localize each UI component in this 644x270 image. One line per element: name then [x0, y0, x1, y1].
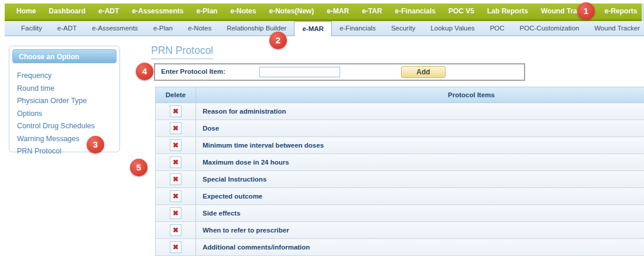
sidebar-option[interactable]: PRN Protocol — [17, 145, 119, 158]
settings-tab[interactable]: e-ADT — [50, 21, 84, 35]
page-title: PRN Protocol — [151, 45, 213, 59]
top-nav-item[interactable]: e-ADT — [92, 4, 125, 19]
sidebar-option[interactable]: Frequency — [17, 70, 119, 83]
table-body: ✖ Reason for administration ✖ Dose ✖ Min… — [156, 103, 644, 256]
delete-cell: ✖ — [156, 205, 196, 221]
delete-column-header: Delete — [156, 87, 196, 102]
options-sidebar: Choose an Option FrequencyRound timePhys… — [9, 46, 120, 152]
protocol-item-text: Additional comments/information — [196, 244, 644, 251]
delete-icon[interactable]: ✖ — [170, 105, 181, 117]
delete-icon[interactable]: ✖ — [170, 173, 181, 185]
protocol-entry-panel: Enter Protocol Item: Add — [154, 63, 525, 81]
top-nav-item[interactable]: e-Financials — [389, 4, 442, 19]
delete-cell: ✖ — [156, 239, 196, 255]
protocol-item-text: Expected outcome — [196, 193, 644, 200]
sidebar-header: Choose an Option — [12, 49, 117, 63]
delete-icon[interactable]: ✖ — [170, 122, 181, 134]
settings-tab[interactable]: Wound Tracker — [587, 21, 644, 35]
step-badge-3: 3 — [87, 136, 104, 153]
delete-cell: ✖ — [156, 154, 196, 170]
protocol-item-text: Reason for administration — [196, 108, 644, 115]
table-row: ✖ When to refer to prescriber — [156, 222, 644, 239]
table-row: ✖ Dose — [156, 120, 644, 137]
step-badge-5: 5 — [130, 159, 148, 176]
settings-tab[interactable]: e-Plan — [146, 21, 180, 35]
top-nav-item[interactable]: e-Plan — [190, 4, 224, 19]
settings-tab[interactable]: POC — [482, 21, 512, 35]
top-nav-item[interactable]: e-Notes — [224, 4, 262, 19]
sidebar-option[interactable]: Options — [17, 108, 119, 121]
protocol-item-text: Minimum time interval between doses — [196, 142, 644, 149]
top-nav-item[interactable]: POC V5 — [442, 4, 481, 19]
delete-icon[interactable]: ✖ — [170, 156, 181, 168]
next-item-partial — [642, 4, 644, 21]
protocol-items-column-header: Protocol Items — [196, 87, 644, 102]
top-nav-bar: HomeDashboarde-ADTe-Assessmentse-Plane-N… — [5, 4, 644, 21]
table-row: ✖ Maximum dose in 24 hours — [156, 154, 644, 171]
delete-cell: ✖ — [156, 188, 196, 204]
protocol-item-label: Enter Protocol Item: — [161, 68, 225, 75]
protocol-item-text: Dose — [196, 125, 644, 132]
settings-tab[interactable]: e-Financials — [332, 21, 383, 35]
step-badge-4: 4 — [136, 63, 153, 80]
delete-icon[interactable]: ✖ — [170, 190, 181, 202]
table-row: ✖ Special Instructions — [156, 171, 644, 188]
delete-cell: ✖ — [156, 222, 196, 238]
top-nav-item[interactable]: Home — [10, 4, 42, 19]
settings-tab-strip: Facilitye-ADTe-Assessmentse-Plane-NotesR… — [5, 21, 644, 36]
protocol-item-text: Maximum dose in 24 hours — [196, 159, 644, 166]
delete-icon[interactable]: ✖ — [170, 139, 181, 151]
table-header-row: Delete Protocol Items — [156, 87, 644, 103]
top-nav-item[interactable]: e-Assessments — [125, 4, 190, 19]
settings-tab[interactable]: Security — [383, 21, 423, 35]
settings-tab[interactable]: Lookup Values — [423, 21, 482, 35]
table-row: ✖ Minimum time interval between doses — [156, 137, 644, 154]
top-nav-item[interactable]: Dashboard — [42, 4, 92, 19]
top-nav-item[interactable]: e-MAR — [320, 4, 355, 19]
table-row: ✖ Expected outcome — [156, 188, 644, 205]
app-window: HomeDashboarde-ADTe-Assessmentse-Plane-N… — [0, 0, 644, 270]
protocol-item-text: When to refer to prescriber — [196, 227, 644, 234]
settings-tab[interactable]: e-MAR — [294, 21, 331, 36]
delete-icon[interactable]: ✖ — [170, 207, 181, 219]
table-row: ✖ Additional comments/information — [156, 239, 644, 256]
top-nav-item[interactable]: e-TAR — [355, 4, 388, 19]
delete-cell: ✖ — [156, 137, 196, 153]
protocol-item-text: Special Instructions — [196, 176, 644, 183]
step-badge-1: 1 — [577, 2, 595, 20]
top-nav-item[interactable]: e-Reports — [598, 4, 643, 19]
settings-tab[interactable]: POC-Customization — [512, 21, 587, 35]
step-badge-2: 2 — [269, 32, 287, 49]
settings-tab[interactable]: e-Assessments — [84, 21, 146, 35]
delete-cell: ✖ — [156, 120, 196, 136]
sidebar-option[interactable]: Physician Order Type — [17, 95, 119, 108]
protocol-item-text: Side effects — [196, 210, 644, 217]
protocol-item-input[interactable] — [259, 67, 340, 77]
sidebar-option[interactable]: Control Drug Schedules — [17, 120, 119, 133]
delete-cell: ✖ — [156, 171, 196, 187]
delete-cell: ✖ — [156, 103, 196, 119]
top-nav-item[interactable]: Lab Reports — [481, 4, 535, 19]
sidebar-option[interactable]: Round time — [17, 83, 119, 95]
top-nav-item[interactable]: e-Notes(New) — [262, 4, 320, 19]
table-row: ✖ Reason for administration — [156, 103, 644, 120]
settings-tab[interactable]: e-Notes — [180, 21, 219, 35]
protocol-items-table: Delete Protocol Items ✖ Reason for admin… — [155, 87, 644, 256]
delete-icon[interactable]: ✖ — [170, 241, 181, 253]
table-row: ✖ Side effects — [156, 205, 644, 222]
delete-icon[interactable]: ✖ — [170, 224, 181, 236]
add-button[interactable]: Add — [401, 66, 446, 78]
settings-tab[interactable]: Facility — [13, 21, 50, 35]
